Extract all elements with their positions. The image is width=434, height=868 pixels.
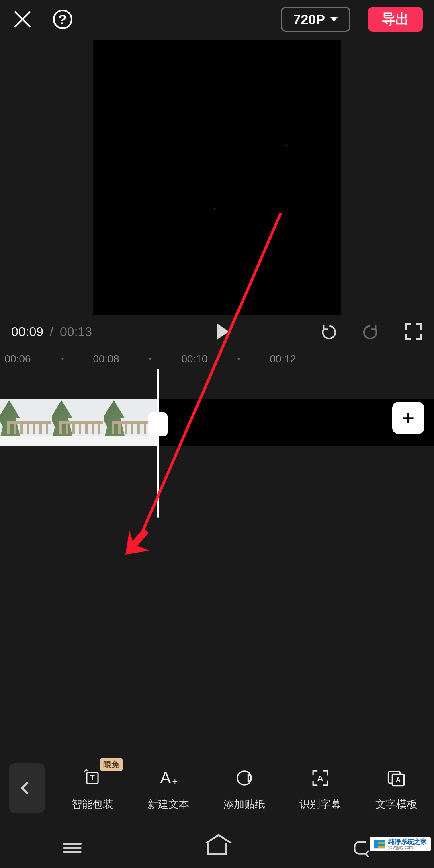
undo-button[interactable] (319, 322, 338, 341)
timeline-track-area[interactable]: + (0, 368, 434, 553)
svg-point-6 (237, 771, 251, 784)
redo-icon (362, 322, 380, 341)
svg-text:A: A (160, 768, 171, 786)
video-preview[interactable] (93, 40, 341, 315)
tool-label: 识别字幕 (299, 797, 341, 811)
svg-text:+: + (172, 776, 178, 786)
tool-new-text[interactable]: A+ 新建文本 (131, 765, 207, 811)
tool-auto-caption[interactable]: A 识别字幕 (282, 765, 358, 811)
undo-icon (319, 322, 338, 341)
sticker-icon (231, 765, 257, 791)
total-time: 00:13 (60, 324, 92, 339)
export-button[interactable]: 导出 (368, 7, 423, 32)
playhead-handle[interactable] (148, 412, 168, 436)
tool-label: 智能包装 (72, 797, 113, 811)
export-label: 导出 (382, 10, 409, 29)
fullscreen-icon (405, 323, 422, 340)
current-time: 00:09 (11, 324, 43, 339)
video-clip[interactable] (0, 399, 157, 446)
home-icon (207, 841, 227, 855)
add-clip-button[interactable]: + (392, 402, 424, 434)
resolution-label: 720P (293, 12, 325, 27)
ruler-tick (62, 358, 64, 360)
close-icon (14, 10, 31, 28)
chevron-down-icon (330, 17, 338, 22)
close-button[interactable] (11, 8, 34, 31)
ruler-tick (238, 358, 240, 360)
resolution-selector[interactable]: 720P (281, 7, 350, 32)
tool-label: 新建文本 (147, 797, 189, 811)
help-button[interactable]: ? (51, 8, 74, 31)
auto-caption-icon: A (307, 765, 333, 791)
play-icon (217, 323, 229, 340)
tool-label: 添加贴纸 (223, 797, 265, 811)
help-icon: ? (53, 10, 72, 29)
chevron-left-icon (20, 782, 33, 794)
tool-text-template[interactable]: A 文字模板 (358, 765, 434, 811)
watermark-url: ycwgjsy.com (388, 845, 427, 850)
svg-text:A: A (395, 776, 401, 784)
tool-label: 文字模板 (375, 797, 417, 811)
system-home-button[interactable] (205, 836, 229, 860)
ruler-label: 00:08 (93, 353, 119, 365)
time-separator: / (47, 324, 56, 339)
back-icon (351, 837, 372, 858)
ruler-tick (149, 358, 151, 360)
watermark-title: 纯净系统之家 (388, 839, 427, 845)
watermark-logo-icon (374, 840, 385, 849)
tool-back-button[interactable] (9, 763, 45, 813)
plus-icon: + (402, 406, 414, 430)
free-badge: 限免 (100, 758, 123, 771)
timeline-ruler[interactable]: 00:06 00:08 00:10 00:12 (0, 350, 434, 368)
menu-icon (63, 841, 82, 855)
play-button[interactable] (213, 320, 235, 343)
tool-smart-package[interactable]: 限免 T 智能包装 (55, 765, 131, 811)
new-text-icon: A+ (156, 765, 181, 791)
fullscreen-button[interactable] (404, 322, 423, 341)
redo-button[interactable] (362, 322, 380, 341)
clip-thumbnail (0, 399, 52, 446)
playhead[interactable] (157, 369, 159, 518)
system-recent-button[interactable] (60, 836, 84, 860)
ruler-label: 00:12 (270, 353, 296, 365)
svg-text:A: A (317, 774, 323, 783)
svg-text:T: T (90, 774, 95, 782)
tool-add-sticker[interactable]: 添加贴纸 (207, 765, 283, 811)
ruler-label: 00:10 (181, 353, 207, 365)
ruler-label: 00:06 (4, 353, 31, 365)
watermark: 纯净系统之家 ycwgjsy.com (370, 837, 431, 851)
text-template-icon: A (383, 765, 409, 791)
clip-thumbnail (52, 399, 104, 446)
